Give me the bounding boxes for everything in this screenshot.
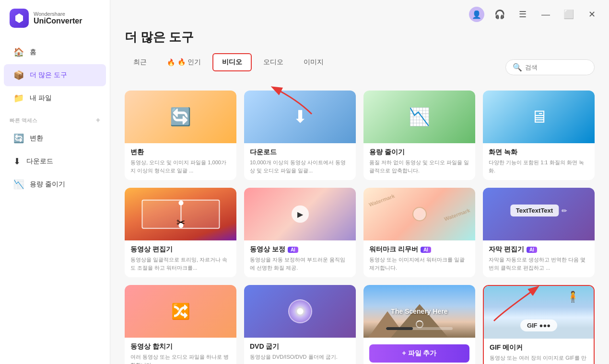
tool-title-merge: 동영상 합치기: [130, 342, 231, 351]
tab-video[interactable]: 비디오: [212, 53, 252, 71]
sidebar: Wondershare UniConverter 🏠 홈 📦 더 많은 도구 📁…: [0, 0, 110, 364]
sidebar-item-label: 더 많은 도구: [30, 71, 67, 80]
tool-card-dvd[interactable]: DVD 굽기 동영상을 DVD/ISO/DVD 폴더에 굽기.: [244, 285, 356, 364]
tool-card-download[interactable]: ⬇ 다운로드 10,000개 이상의 동영상 사이트에서 동영상 및 오디오 파…: [244, 91, 356, 180]
tool-card-compress[interactable]: 📉 용량 줄이기 품질 저하 없이 동영상 및 오디오 파일을 일괄적으로 압축…: [363, 91, 475, 180]
user-avatar[interactable]: 👤: [469, 7, 484, 22]
tool-body-merge: 동영상 합치기 여러 동영상 또는 오디오 파일을 하나로 병합합니다.: [125, 338, 236, 364]
tool-card-gif[interactable]: 🧍 GIF ●●● GIF 메이커 동영상 또는 여러 장의 이미지로 GIF를…: [483, 285, 595, 364]
tool-thumb-subtitle: TextTextText ✏: [483, 188, 595, 240]
tab-popular[interactable]: 🔥 🔥 인기: [158, 54, 210, 70]
ai-badge: AI: [288, 247, 298, 253]
tool-body-download: 다운로드 10,000개 이상의 동영상 사이트에서 동영상 및 오디오 파일을…: [244, 143, 356, 180]
tool-body-convert: 변환 동영상, 오디오 및 이미지 파일을 1,000가지 이상의 형식으로 일…: [125, 143, 236, 180]
menu-icon[interactable]: ☰: [515, 7, 530, 22]
tool-desc-merge: 여러 동영상 또는 오디오 파일을 하나로 병합합니다.: [130, 353, 231, 364]
tool-body-gif: GIF 메이커 동영상 또는 여러 장의 이미지로 GIF를 만듭니다.: [484, 339, 594, 364]
compress-icon: 📉: [13, 179, 24, 190]
tab-audio[interactable]: 오디오: [255, 54, 292, 70]
sidebar-item-download[interactable]: ⬇ 다운로드: [4, 150, 106, 172]
main-area: 👤 🎧 ☰ — ⬜ ✕ 더 많은 도구 최근 🔥 🔥 인기 비디오: [110, 0, 609, 364]
minimize-button[interactable]: —: [538, 7, 553, 22]
tool-desc-dvd: 동영상을 DVD/ISO/DVD 폴더에 굽기.: [250, 353, 350, 361]
gif-btn: GIF ●●●: [520, 319, 557, 331]
sidebar-item-my-files[interactable]: 📁 내 파일: [4, 87, 106, 109]
tool-thumb-scenery: The Scenery Here: [363, 285, 475, 338]
tool-title-convert: 변환: [130, 148, 231, 157]
sidebar-item-convert[interactable]: 🔄 변환: [4, 127, 106, 149]
tool-desc-subtitle: 자막을 자동으로 생성하고 번역한 다음 몇 번의 클릭으로 편집하고 ...: [489, 256, 589, 272]
add-file-button[interactable]: + 파일 추가: [369, 344, 469, 363]
more-tools-icon: 📦: [13, 70, 24, 80]
tool-title-dvd: DVD 굽기: [250, 342, 350, 351]
tool-desc-compress: 품질 저하 없이 동영상 및 오디오 파일을 일괄적으로 압축합니다.: [369, 159, 469, 174]
tool-card-convert[interactable]: 🔄 변환 동영상, 오디오 및 이미지 파일을 1,000가지 이상의 형식으로…: [125, 91, 236, 180]
tool-title-correct: 동영상 보정 AI: [250, 245, 350, 254]
tool-thumb-download: ⬇: [244, 91, 356, 143]
tool-body-watermark: 워터마크 리무버 AI 동영상 또는 이미지에서 워터마크를 일괄 제거합니다.: [363, 240, 475, 277]
tools-grid: 🔄 변환 동영상, 오디오 및 이미지 파일을 1,000가지 이상의 형식으로…: [125, 91, 595, 364]
tool-thumb-editor: ✂: [125, 188, 236, 240]
ai-badge-subtitle: AI: [527, 247, 537, 253]
tabs: 최근 🔥 🔥 인기 비디오 오디오 이미지: [125, 53, 332, 71]
tool-desc-editor: 동영상을 일괄적으로 트리밍, 자르거나 속도 조절을 하고 워터마크를...: [130, 256, 231, 272]
tab-image[interactable]: 이미지: [295, 54, 332, 70]
app-logo: Wondershare UniConverter: [0, 0, 110, 36]
tool-card-subtitle[interactable]: TextTextText ✏ 자막 편집기 AI 자막을 자동으로 생성하고 번…: [483, 188, 595, 277]
tab-recent[interactable]: 최근: [125, 54, 155, 70]
tool-thumb-watermark: Watermark Watermark: [363, 188, 475, 240]
sidebar-item-compress[interactable]: 📉 용량 줄이기: [4, 173, 106, 195]
headphone-icon[interactable]: 🎧: [492, 7, 507, 22]
tool-thumb-gif: 🧍 GIF ●●●: [484, 286, 594, 339]
download-icon: ⬇: [13, 156, 21, 167]
tool-body-scenery: + 파일 추가: [363, 338, 475, 364]
tool-title-screen: 화면 녹화: [489, 148, 589, 157]
sidebar-nav: 🏠 홈 📦 더 많은 도구 📁 내 파일 빠른 액세스 + 🔄 변환 ⬇ 다운로…: [0, 36, 110, 364]
logo-brand: Wondershare: [34, 11, 82, 17]
ai-badge-watermark: AI: [421, 247, 431, 253]
my-files-icon: 📁: [13, 93, 24, 103]
tool-title-gif: GIF 메이커: [490, 343, 588, 352]
add-quick-access-icon[interactable]: +: [96, 116, 100, 125]
text-overlay: TextTextText ✏: [510, 205, 567, 216]
logo-text: Wondershare UniConverter: [34, 11, 82, 25]
tool-card-correct[interactable]: ▶ 동영상 보정 AI 동영상을 자동 보정하여 부드러운 움직임에 선명한 화…: [244, 188, 356, 277]
scenery-title: The Scenery Here: [391, 307, 447, 315]
tool-body-compress: 용량 줄이기 품질 저하 없이 동영상 및 오디오 파일을 일괄적으로 압축합니…: [363, 143, 475, 180]
tool-desc-convert: 동영상, 오디오 및 이미지 파일을 1,000가지 이상의 형식으로 일괄 .…: [130, 159, 231, 174]
sidebar-item-more-tools[interactable]: 📦 더 많은 도구: [4, 64, 106, 86]
sidebar-item-home[interactable]: 🏠 홈: [4, 41, 106, 63]
close-button[interactable]: ✕: [584, 7, 599, 22]
play-overlay: ▶: [292, 205, 309, 223]
tool-card-scenery[interactable]: The Scenery Here + 파일 추가: [363, 285, 475, 364]
search-box[interactable]: 🔍: [505, 59, 595, 75]
tabs-row: 최근 🔥 🔥 인기 비디오 오디오 이미지 🔍: [125, 53, 595, 81]
content-area: 더 많은 도구 최근 🔥 🔥 인기 비디오 오디오 이미지: [110, 29, 609, 364]
logo-product: UniConverter: [34, 17, 82, 25]
tool-card-merge[interactable]: 🔀 동영상 합치기 여러 동영상 또는 오디오 파일을 하나로 병합합니다.: [125, 285, 236, 364]
tool-thumb-correct: ▶: [244, 188, 356, 240]
tool-desc-gif: 동영상 또는 여러 장의 이미지로 GIF를 만듭니다.: [490, 354, 588, 364]
tool-thumb-merge: 🔀: [125, 285, 236, 338]
convert-icon: 🔄: [13, 133, 24, 144]
tool-card-video-editor[interactable]: ✂ 동영상 편집기 동영상을 일괄적으로 트리밍, 자르거나 속도 조절을 하고…: [125, 188, 236, 277]
tool-thumb-convert: 🔄: [125, 91, 236, 143]
maximize-button[interactable]: ⬜: [561, 7, 576, 22]
tool-desc-correct: 동영상을 자동 보정하여 부드러운 움직임에 선명한 화질 제공.: [250, 256, 350, 272]
tool-desc-download: 10,000개 이상의 동영상 사이트에서 동영상 및 오디오 파일을 일괄..…: [250, 159, 350, 174]
tool-card-watermark[interactable]: Watermark Watermark 워터마크 리무버 AI 동영상 또는 이…: [363, 188, 475, 277]
tool-body-screen: 화면 녹화 다양한 기능이 포함된 1:1 화질의 화면 녹화.: [483, 143, 595, 180]
quick-access-label: 빠른 액세스 +: [0, 110, 110, 126]
tool-card-screen-record[interactable]: 🖥 화면 녹화 다양한 기능이 포함된 1:1 화질의 화면 녹화.: [483, 91, 595, 180]
tool-title-editor: 동영상 편집기: [130, 245, 231, 254]
tool-title-download: 다운로드: [250, 148, 350, 157]
tool-title-subtitle: 자막 편집기 AI: [489, 245, 589, 254]
dvd-disc: [288, 299, 312, 323]
sidebar-item-label: 내 파일: [30, 94, 52, 102]
tool-body-subtitle: 자막 편집기 AI 자막을 자동으로 생성하고 번역한 다음 몇 번의 클릭으로…: [483, 240, 595, 277]
tool-thumb-screen: 🖥: [483, 91, 595, 143]
watermark-text: Watermark: [368, 193, 396, 208]
search-input[interactable]: [525, 64, 587, 71]
sidebar-item-label: 다운로드: [26, 157, 53, 166]
tool-body-dvd: DVD 굽기 동영상을 DVD/ISO/DVD 폴더에 굽기.: [244, 338, 356, 364]
